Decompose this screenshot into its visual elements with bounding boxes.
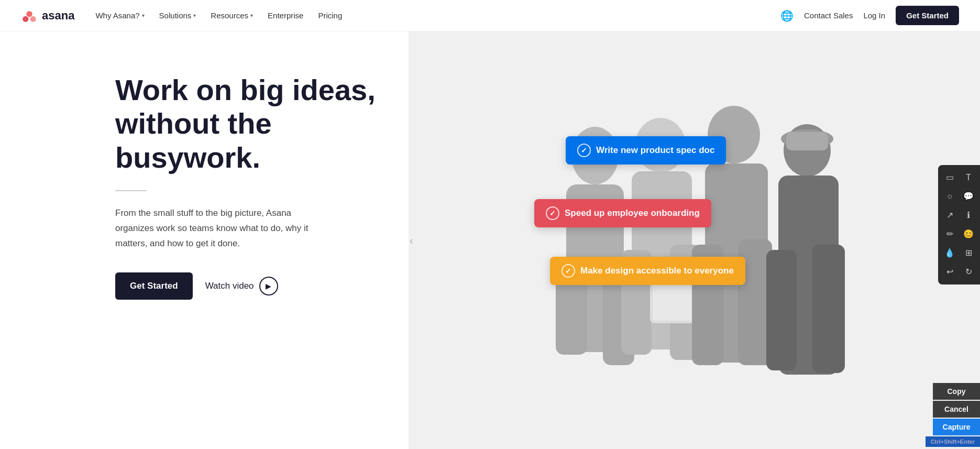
cta-row: Get Started Watch video ▶ bbox=[115, 272, 377, 300]
watch-video-button[interactable]: Watch video ▶ bbox=[205, 277, 278, 295]
undo-tool[interactable]: ↩ bbox=[941, 264, 958, 280]
divider bbox=[115, 190, 147, 191]
task-bubble-write: ✓ Write new product spec doc bbox=[566, 136, 726, 165]
toolbar-row-2: ○ 💬 bbox=[941, 188, 977, 205]
hero-title: Work on big ideas, without the busywork. bbox=[115, 73, 377, 174]
contact-sales-link[interactable]: Contact Sales bbox=[804, 11, 853, 20]
nav-resources[interactable]: Resources ▾ bbox=[211, 11, 253, 20]
nav-pricing[interactable]: Pricing bbox=[318, 11, 342, 20]
svg-point-2 bbox=[30, 16, 36, 21]
toolbar-row-1: ▭ T bbox=[941, 169, 977, 186]
nav-enterprise[interactable]: Enterprise bbox=[268, 11, 303, 20]
pen-tool[interactable]: ✏ bbox=[941, 226, 958, 243]
copy-button[interactable]: Copy bbox=[933, 383, 980, 400]
nav-why-asana[interactable]: Why Asana? ▾ bbox=[95, 11, 144, 20]
get-started-button[interactable]: Get Started bbox=[115, 272, 193, 300]
circle-tool[interactable]: ○ bbox=[941, 188, 958, 205]
navbar: asana Why Asana? ▾ Solutions ▾ Resources… bbox=[0, 0, 980, 31]
check-icon: ✓ bbox=[561, 264, 575, 278]
left-panel: Work on big ideas, without the busywork.… bbox=[0, 31, 409, 449]
shortcut-hint: Ctrl+Shift+Enter bbox=[926, 436, 980, 447]
toolbar-row-6: ↩ ↻ bbox=[941, 264, 977, 280]
floating-toolbar: ▭ T ○ 💬 ↗ ℹ ✏ 😊 💧 ⊞ ↩ ↻ bbox=[938, 165, 980, 284]
task-bubble-design: ✓ Make design accessible to everyone bbox=[550, 257, 745, 285]
svg-point-1 bbox=[23, 16, 28, 21]
grid-tool[interactable]: ⊞ bbox=[960, 245, 977, 261]
svg-rect-22 bbox=[786, 132, 828, 150]
chevron-icon: ▾ bbox=[142, 13, 145, 18]
main-container: Work on big ideas, without the busywork.… bbox=[0, 31, 980, 449]
info-tool[interactable]: ℹ bbox=[960, 207, 977, 224]
check-icon: ✓ bbox=[546, 206, 559, 220]
arrow-tool[interactable]: ↗ bbox=[941, 207, 958, 224]
comment-tool[interactable]: 💬 bbox=[960, 188, 977, 205]
redo-tool[interactable]: ↻ bbox=[960, 264, 977, 280]
login-link[interactable]: Log In bbox=[863, 11, 885, 20]
capture-button[interactable]: Capture bbox=[933, 419, 980, 435]
nav-right: 🌐 Contact Sales Log In Get Started bbox=[780, 6, 959, 25]
cancel-button[interactable]: Cancel bbox=[933, 401, 980, 418]
get-started-nav-button[interactable]: Get Started bbox=[896, 6, 959, 25]
chevron-icon: ▾ bbox=[193, 13, 196, 18]
rectangle-tool[interactable]: ▭ bbox=[941, 169, 958, 186]
dropper-tool[interactable]: 💧 bbox=[941, 245, 958, 261]
toolbar-row-5: 💧 ⊞ bbox=[941, 245, 977, 261]
check-icon: ✓ bbox=[577, 144, 591, 157]
toolbar-row-3: ↗ ℹ bbox=[941, 207, 977, 224]
right-panel: ✓ Write new product spec doc ✓ Speed up … bbox=[409, 31, 980, 449]
nav-solutions[interactable]: Solutions ▾ bbox=[159, 11, 196, 20]
text-tool[interactable]: T bbox=[960, 169, 977, 186]
svg-point-0 bbox=[26, 11, 32, 17]
play-icon: ▶ bbox=[259, 277, 278, 295]
emoji-tool[interactable]: 😊 bbox=[960, 226, 977, 243]
toolbar-row-4: ✏ 😊 bbox=[941, 226, 977, 243]
hero-description: From the small stuff to the big picture,… bbox=[115, 206, 314, 251]
globe-icon[interactable]: 🌐 bbox=[780, 9, 794, 22]
task-bubble-onboarding: ✓ Speed up employee onboarding bbox=[534, 199, 711, 227]
bottom-action-bar: Copy Cancel Capture Ctrl+Shift+Enter bbox=[926, 383, 980, 449]
nav-links: Why Asana? ▾ Solutions ▾ Resources ▾ Ent… bbox=[95, 11, 780, 20]
logo-text: asana bbox=[42, 9, 74, 23]
svg-rect-20 bbox=[812, 245, 845, 373]
svg-rect-19 bbox=[766, 250, 797, 370]
logo[interactable]: asana bbox=[21, 7, 74, 24]
scroll-left-arrow[interactable]: ‹ bbox=[410, 234, 413, 246]
chevron-icon: ▾ bbox=[250, 13, 253, 18]
